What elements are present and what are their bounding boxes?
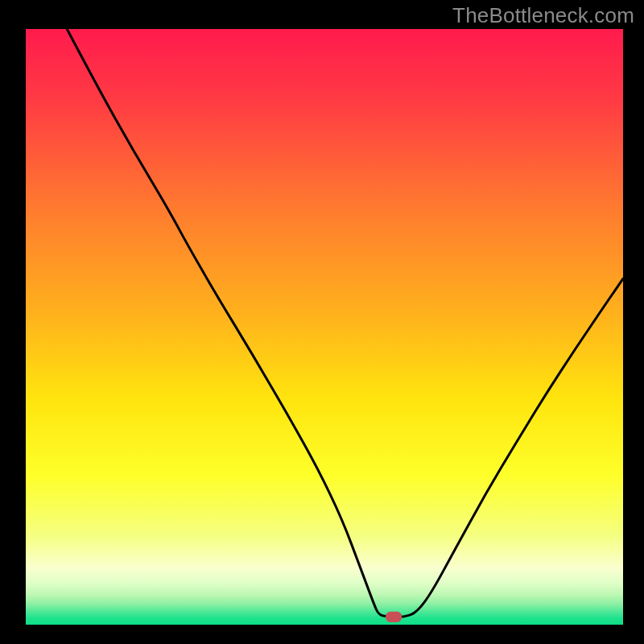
watermark-text: TheBottleneck.com	[452, 3, 634, 28]
minimum-marker	[386, 612, 402, 622]
bottleneck-plot	[26, 29, 623, 625]
chart-frame: TheBottleneck.com	[0, 0, 644, 644]
